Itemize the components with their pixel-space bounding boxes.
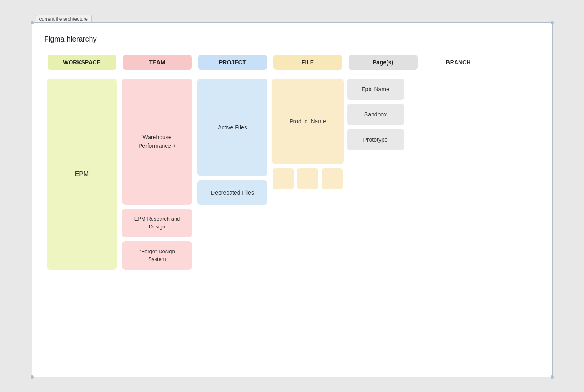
main-frame: Figma hierarchy WORKSPACE TEAM PROJECT F… [32, 22, 553, 377]
page-block-3: Prototype [347, 129, 404, 150]
page-block-1: Epic Name [347, 79, 404, 100]
corner-bl [31, 375, 34, 379]
header-branch: BRANCH [424, 55, 493, 70]
tab-label: current file archtecture [36, 15, 92, 23]
workspace-block: EPM [47, 79, 117, 270]
team-block-2: EPM Research and Design [122, 209, 192, 237]
corner-tl [31, 21, 34, 24]
header-team: TEAM [123, 55, 192, 70]
team-block-1: Warehouse Performance + [122, 79, 192, 205]
header-project: PROJECT [198, 55, 267, 70]
page-block-2: Sandbox [347, 104, 404, 125]
corner-br [551, 375, 554, 379]
header-file: FILE [273, 55, 342, 70]
file-tiny-3 [322, 168, 343, 189]
sandbox-badge: | [407, 112, 408, 117]
header-pages: Page(s) [349, 55, 418, 70]
file-block-1: Product Name [272, 79, 344, 164]
file-small-row [273, 168, 343, 189]
canvas-wrapper: current file archtecture Figma hierarchy… [32, 15, 553, 377]
project-block-2: Deprecated Files [197, 180, 267, 205]
frame-title: Figma hierarchy [44, 35, 540, 44]
header-workspace: WORKSPACE [48, 55, 116, 70]
team-block-3: "Forge" Design System [122, 241, 192, 270]
corner-tr [551, 21, 554, 24]
branch-column [421, 77, 496, 272]
file-tiny-1 [273, 168, 294, 189]
project-block-1: Active Files [197, 79, 267, 176]
file-tiny-2 [297, 168, 318, 189]
content-area: EPM Warehouse Performance + EPM Research… [44, 77, 540, 272]
